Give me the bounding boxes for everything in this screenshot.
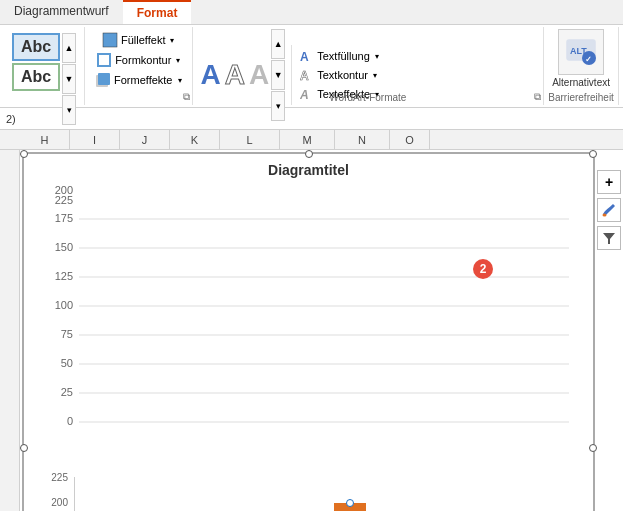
shape-border-icon [96, 52, 112, 68]
col-header-j[interactable]: J [120, 130, 170, 149]
svg-rect-3 [98, 73, 110, 85]
group-accessibility: ALT ✓ Alternativtext Barrierefreiheit [544, 27, 619, 105]
group-styles: Abc Abc ▲ ▼ ▾ [4, 27, 85, 105]
svg-text:125: 125 [54, 270, 72, 282]
svg-text:75: 75 [60, 328, 72, 340]
svg-text:A: A [300, 69, 309, 82]
filter-btn[interactable] [597, 226, 621, 250]
bar-August[interactable] [373, 477, 414, 511]
style-btn-abc2[interactable]: Abc [12, 63, 60, 91]
svg-text:A: A [300, 50, 309, 63]
bar-Oktober[interactable] [458, 477, 499, 511]
text-fill-icon: A [300, 49, 314, 63]
fill-effect-btn[interactable]: Fülleffekt▾ [100, 31, 176, 49]
chart-svg: 0 25 50 75 100 125 150 175 225 200 [29, 182, 589, 472]
handle-tr[interactable] [589, 150, 597, 158]
row-numbers [0, 150, 20, 511]
bar-Juni[interactable] [288, 477, 329, 511]
shape-format-expand[interactable]: ⧉ [183, 91, 190, 103]
svg-text:175: 175 [54, 212, 72, 224]
handle-right[interactable] [589, 444, 597, 452]
alt-text-btn[interactable]: ALT ✓ Alternativtext [552, 29, 610, 88]
y-axis-labels: 0 25 50 75 100 125 150 175 200 225 [24, 472, 72, 511]
tab-diagrammentwurf[interactable]: Diagrammentwurf [0, 0, 123, 24]
text-border-icon: A [300, 68, 314, 82]
svg-rect-0 [103, 33, 117, 47]
add-element-btn[interactable]: + [597, 170, 621, 194]
svg-text:150: 150 [54, 241, 72, 253]
bar-November[interactable] [500, 477, 541, 511]
chart-wrapper: Diagramtitel 0 25 50 [20, 150, 623, 511]
wordart-group-label: WordArt-Formate [329, 92, 406, 103]
svg-text:✓: ✓ [585, 55, 592, 64]
shape-effects-btn[interactable]: Formeffekte▾ [93, 71, 184, 89]
ribbon-body: Abc Abc ▲ ▼ ▾ Fülleffekt▾ [0, 25, 623, 107]
bar-Februar[interactable] [118, 477, 159, 511]
styles-scroll-up[interactable]: ▲ [62, 33, 76, 63]
bar-März[interactable] [160, 477, 201, 511]
divider [291, 45, 292, 105]
svg-text:50: 50 [60, 357, 72, 369]
bar-April[interactable] [203, 477, 244, 511]
chart-container[interactable]: Diagramtitel 0 25 50 [22, 152, 595, 511]
col-header-i[interactable]: I [70, 130, 120, 149]
brush-btn[interactable] [597, 198, 621, 222]
wordart-letter-blue[interactable]: A [201, 59, 221, 91]
bar-Juli[interactable] [330, 477, 371, 511]
alt-text-icon: ALT ✓ [558, 29, 604, 75]
handle-tl[interactable] [20, 150, 28, 158]
svg-text:0: 0 [66, 415, 72, 427]
accessibility-label: Barrierefreiheit [548, 92, 614, 103]
wordart-letter-gray[interactable]: A [249, 59, 269, 91]
wordart-expand[interactable]: ⧉ [534, 91, 541, 103]
y-label-200: 200 [24, 497, 72, 508]
fill-effect-icon [102, 32, 118, 48]
styles-scroll-down[interactable]: ▼ [62, 64, 76, 94]
svg-marker-30 [603, 233, 615, 244]
wordart-dropdown[interactable]: ▾ [271, 91, 285, 121]
chart-title: Diagramtitel [24, 154, 593, 182]
group-wordart: A A A ▲ ▼ ▾ A Textfüllung▾ [193, 27, 545, 105]
svg-text:A: A [300, 88, 309, 101]
text-fill-btn[interactable]: A Textfüllung▾ [298, 48, 381, 64]
bar-September[interactable] [415, 477, 456, 511]
svg-text:25: 25 [60, 386, 72, 398]
wordart-scroll-down[interactable]: ▼ [271, 60, 285, 90]
handle-top[interactable] [305, 150, 313, 158]
tab-format[interactable]: Format [123, 0, 192, 24]
bar-Mai[interactable] [245, 477, 286, 511]
chart-body: 0 25 50 75 100 125 150 175 200 225 [24, 472, 593, 511]
text-border-btn[interactable]: A Textkontur▾ [298, 67, 381, 83]
bar-Dezember[interactable] [543, 477, 584, 511]
wordart-letter-outline[interactable]: A [225, 59, 245, 91]
svg-text:100: 100 [54, 299, 72, 311]
badge-chart: 2 [473, 259, 493, 279]
svg-text:200: 200 [54, 184, 72, 196]
svg-rect-1 [98, 54, 110, 66]
shape-border-btn[interactable]: Formkontur▾ [94, 51, 182, 69]
y-label-225: 225 [24, 472, 72, 483]
handle-left[interactable] [20, 444, 28, 452]
text-effects-icon: A [300, 87, 314, 101]
shape-effects-icon [95, 72, 111, 88]
bars-container [74, 477, 583, 511]
bar-Jänner[interactable] [75, 477, 116, 511]
styles-dropdown[interactable]: ▾ [62, 95, 76, 125]
svg-point-29 [603, 214, 607, 217]
style-btn-abc1[interactable]: Abc [12, 33, 60, 61]
chart-action-buttons: + [597, 170, 621, 250]
alt-text-label: Alternativtext [552, 77, 610, 88]
group-shape-format: Fülleffekt▾ Formkontur▾ Formeffekte▾ ⧉ [85, 27, 193, 105]
wordart-scroll-up[interactable]: ▲ [271, 29, 285, 59]
